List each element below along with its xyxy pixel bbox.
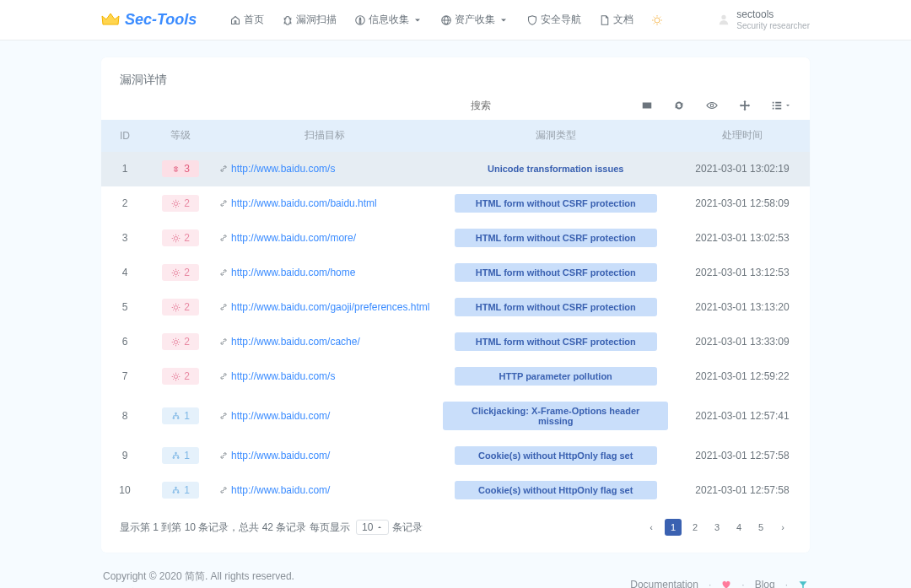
table-row[interactable]: 10 1 http://www.baidu.com/ Cookie(s) wit… — [101, 473, 810, 508]
vuln-button[interactable]: Clickjacking: X-Frame-Options header mis… — [443, 402, 668, 430]
cell-level: 2 — [148, 359, 213, 394]
bug-icon — [283, 15, 293, 25]
level-badge: 2 — [162, 195, 199, 212]
sitemap-icon — [171, 486, 181, 495]
vuln-button[interactable]: Cookie(s) without HttpOnly flag set — [455, 481, 657, 499]
col-target[interactable]: 扫描目标 — [213, 120, 436, 152]
user-name: sectools — [736, 8, 810, 20]
level-badge: 2 — [162, 368, 199, 385]
gear-icon — [171, 234, 181, 243]
nav-label: 信息收集 — [369, 13, 409, 27]
target-link[interactable]: http://www.baidu.com/s — [219, 163, 335, 175]
table-row[interactable]: 1 3 http://www.baidu.com/s Unicode trans… — [101, 152, 810, 186]
col-time[interactable]: 处理时间 — [675, 120, 810, 152]
page-3[interactable]: 3 — [709, 519, 725, 536]
cell-id: 1 — [101, 152, 148, 186]
cell-vuln: HTML form without CSRF protection — [436, 256, 675, 290]
pagination: ‹12345› — [643, 519, 791, 536]
col-id[interactable]: ID — [101, 120, 148, 152]
sitemap-icon — [171, 412, 181, 421]
footer-doc-link[interactable]: Documentation — [630, 579, 698, 588]
cell-time: 2021-03-01 13:02:19 — [675, 152, 810, 186]
vuln-button[interactable]: Cookie(s) without HttpOnly flag set — [455, 446, 657, 465]
target-link[interactable]: http://www.baidu.com/baidu.html — [219, 197, 377, 209]
table-row[interactable]: 3 2 http://www.baidu.com/more/ HTML form… — [101, 221, 810, 256]
cell-target: http://www.baidu.com/ — [213, 394, 436, 439]
crown-icon — [101, 13, 120, 28]
chevron-down-icon — [412, 15, 423, 25]
cell-level: 1 — [148, 394, 213, 439]
theme-toggle[interactable] — [644, 8, 671, 32]
col-vuln[interactable]: 漏洞类型 — [436, 120, 675, 152]
filter-icon[interactable] — [798, 580, 808, 588]
level-badge: 1 — [162, 482, 199, 499]
target-link[interactable]: http://www.baidu.com/s — [219, 370, 335, 382]
table-row[interactable]: 8 1 http://www.baidu.com/ Clickjacking: … — [101, 394, 810, 439]
pagesize-select[interactable]: 10 — [356, 520, 389, 535]
target-link[interactable]: http://www.baidu.com/ — [219, 484, 330, 496]
page-prev[interactable]: ‹ — [643, 519, 660, 536]
target-link[interactable]: http://www.baidu.com/ — [219, 410, 330, 422]
level-badge: 2 — [162, 333, 199, 350]
icp-label: 备案号： — [118, 585, 159, 588]
eye-icon[interactable] — [705, 100, 719, 111]
refresh-icon[interactable] — [673, 100, 685, 111]
user-role: Security researcher — [736, 21, 810, 31]
fullscreen-icon[interactable] — [739, 100, 751, 111]
vuln-button[interactable]: HTML form without CSRF protection — [455, 229, 657, 247]
vuln-button[interactable]: HTML form without CSRF protection — [455, 332, 657, 351]
cell-target: http://www.baidu.com/gaoji/preferences.h… — [213, 290, 436, 325]
vuln-button[interactable]: Unicode transformation issues — [455, 159, 657, 178]
target-link[interactable]: http://www.baidu.com/cache/ — [219, 336, 360, 348]
cell-id: 9 — [101, 439, 148, 473]
table-row[interactable]: 2 2 http://www.baidu.com/baidu.html HTML… — [101, 186, 810, 221]
link-icon — [219, 486, 228, 494]
link-icon — [219, 372, 228, 380]
table-row[interactable]: 9 1 http://www.baidu.com/ Cookie(s) with… — [101, 439, 810, 473]
table-row[interactable]: 4 2 http://www.baidu.com/home HTML form … — [101, 256, 810, 290]
vuln-button[interactable]: HTML form without CSRF protection — [455, 298, 657, 316]
col-level[interactable]: 等级 — [148, 120, 213, 152]
heart-icon[interactable] — [721, 580, 731, 588]
nav-doc[interactable]: 文档 — [591, 8, 642, 32]
vuln-button[interactable]: HTML form without CSRF protection — [455, 194, 657, 213]
nav-home[interactable]: 首页 — [222, 8, 272, 32]
level-badge: 2 — [162, 264, 199, 281]
gear-icon — [171, 303, 181, 312]
target-link[interactable]: http://www.baidu.com/gaoji/preferences.h… — [219, 301, 429, 313]
cell-id: 2 — [101, 186, 148, 221]
table-row[interactable]: 6 2 http://www.baidu.com/cache/ HTML for… — [101, 325, 810, 359]
target-link[interactable]: http://www.baidu.com/ — [219, 450, 330, 461]
nav-shield[interactable]: 安全导航 — [519, 8, 590, 32]
cell-id: 6 — [101, 325, 148, 359]
table-row[interactable]: 7 2 http://www.baidu.com/s HTTP paramete… — [101, 359, 810, 394]
page-2[interactable]: 2 — [687, 519, 703, 536]
nav-info[interactable]: 信息收集 — [347, 8, 431, 32]
icp-number[interactable]: 蜀ICP备19020450号 — [162, 585, 254, 588]
target-link[interactable]: http://www.baidu.com/more/ — [219, 232, 356, 244]
page-5[interactable]: 5 — [752, 519, 769, 536]
link-icon — [219, 412, 228, 420]
cell-time: 2021-03-01 13:33:09 — [675, 325, 810, 359]
cell-vuln: Cookie(s) without HttpOnly flag set — [436, 473, 675, 508]
page-1[interactable]: 1 — [665, 519, 682, 536]
columns-icon[interactable] — [771, 100, 791, 111]
cell-vuln: HTTP parameter pollution — [436, 359, 675, 394]
cell-id: 7 — [101, 359, 148, 394]
page-4[interactable]: 4 — [730, 519, 747, 536]
nav-bug[interactable]: 漏洞扫描 — [274, 8, 345, 32]
page-next[interactable]: › — [774, 519, 791, 536]
vuln-button[interactable]: HTML form without CSRF protection — [455, 263, 657, 282]
user-block[interactable]: sectools Security researcher — [718, 8, 810, 30]
target-link[interactable]: http://www.baidu.com/home — [219, 267, 355, 278]
footer-blog-link[interactable]: Blog — [755, 579, 775, 588]
vuln-button[interactable]: HTTP parameter pollution — [455, 367, 657, 386]
table-row[interactable]: 5 2 http://www.baidu.com/gaoji/preferenc… — [101, 290, 810, 325]
cell-target: http://www.baidu.com/s — [213, 152, 436, 186]
brand-logo[interactable]: Sec-Tools — [101, 11, 197, 29]
cell-level: 2 — [148, 221, 213, 256]
toggle-icon[interactable] — [641, 100, 653, 111]
cell-target: http://www.baidu.com/ — [213, 473, 436, 508]
nav-globe[interactable]: 资产收集 — [433, 8, 517, 32]
search-input[interactable] — [471, 96, 572, 115]
